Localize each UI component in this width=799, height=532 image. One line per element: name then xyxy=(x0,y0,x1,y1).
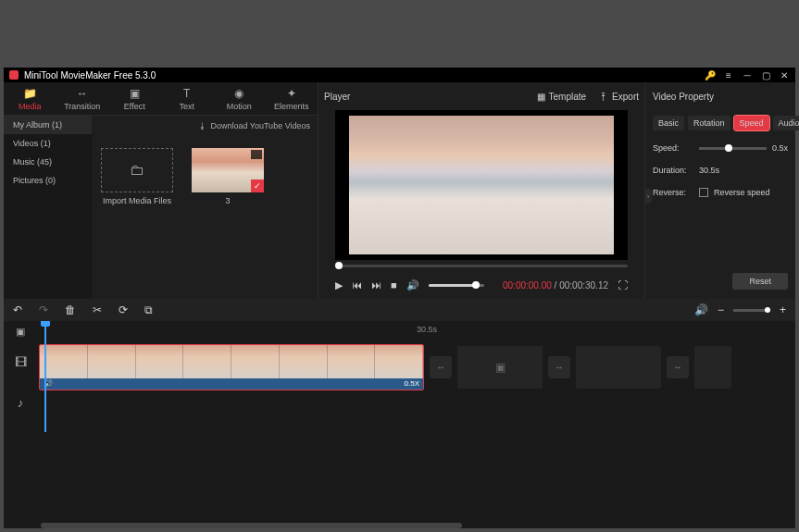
reverse-checkbox[interactable] xyxy=(699,188,708,197)
zoom-out-button[interactable]: − xyxy=(718,303,724,316)
reverse-label: Reverse: xyxy=(653,188,693,197)
tab-label: Text xyxy=(179,102,194,111)
progress-knob[interactable] xyxy=(335,262,343,269)
panel-collapse-handle[interactable]: › xyxy=(644,189,652,204)
top-tabs: 📁 Media ↔ Transition ▣ Effect T Text ◉ xyxy=(4,82,318,116)
tab-transition[interactable]: ↔ Transition xyxy=(56,82,109,115)
prop-tab-rotation[interactable]: Rotation xyxy=(688,116,730,130)
ruler-label: 30.5s xyxy=(417,325,437,334)
download-icon: ⭳ xyxy=(198,121,206,130)
tab-elements[interactable]: ✦ Elements xyxy=(266,82,318,115)
video-track-row: 🔊 0.5X ↔ ▣ ↔ ↔ xyxy=(37,341,795,392)
horizontal-scrollbar[interactable] xyxy=(41,523,462,528)
speed-slider[interactable] xyxy=(699,147,767,150)
play-button[interactable]: ▶ xyxy=(335,279,343,291)
transition-slot[interactable]: ↔ xyxy=(667,356,689,378)
player-panel: Player ▦ Template ⭱ Export xyxy=(318,82,645,299)
tab-label: Effect xyxy=(124,102,145,111)
titlebar: MiniTool MovieMaker Free 5.3.0 🔑 ≡ ─ ▢ ✕ xyxy=(4,68,795,82)
volume-slider[interactable] xyxy=(429,284,484,287)
reset-button[interactable]: Reset xyxy=(732,273,788,290)
layers-icon[interactable]: ▣ xyxy=(4,321,37,341)
prop-tab-speed[interactable]: Speed xyxy=(734,116,769,130)
split-button[interactable]: ✂ xyxy=(93,303,102,316)
sidebar-item-myalbum[interactable]: My Album (1) xyxy=(4,116,92,134)
zoom-in-button[interactable]: + xyxy=(780,303,786,316)
tab-label: Elements xyxy=(274,102,309,111)
prev-button[interactable]: ⏮ xyxy=(352,279,362,291)
empty-clip-slot[interactable] xyxy=(694,346,731,389)
template-button[interactable]: ▦ Template xyxy=(537,92,587,102)
media-sidebar: My Album (1) Videos (1) Music (45) Pictu… xyxy=(4,116,92,299)
tab-effect[interactable]: ▣ Effect xyxy=(108,82,161,115)
transition-icon: ↔ xyxy=(77,87,88,100)
template-label: Template xyxy=(549,92,587,102)
export-icon: ⭱ xyxy=(599,92,608,102)
empty-clip-slot[interactable]: ▣ xyxy=(457,346,543,389)
transition-slot[interactable]: ↔ xyxy=(430,356,452,378)
folder-icon: 🗀 xyxy=(130,162,144,179)
close-button[interactable]: ✕ xyxy=(779,69,790,80)
upper-region: 📁 Media ↔ Transition ▣ Effect T Text ◉ xyxy=(4,82,795,299)
prop-tab-audio[interactable]: Audio xyxy=(773,116,799,130)
export-label: Export xyxy=(612,92,639,102)
media-thumbnail[interactable]: ✓ xyxy=(192,148,264,192)
video-type-icon xyxy=(251,150,262,159)
transition-slot[interactable]: ↔ xyxy=(548,356,570,378)
duration-label: Duration: xyxy=(653,166,693,175)
tab-text[interactable]: T Text xyxy=(161,82,214,115)
fullscreen-button[interactable]: ⛶ xyxy=(618,279,628,291)
tab-media[interactable]: 📁 Media xyxy=(4,82,56,115)
video-preview[interactable] xyxy=(335,110,628,260)
sidebar-item-videos[interactable]: Videos (1) xyxy=(4,134,92,153)
key-icon[interactable]: 🔑 xyxy=(705,69,716,80)
clip-speed-badge: 0.5X xyxy=(405,379,419,388)
zoom-slider[interactable] xyxy=(733,309,770,312)
redo-button[interactable]: ↷ xyxy=(39,303,48,316)
template-icon: ▦ xyxy=(537,92,545,102)
timeline-volume-icon[interactable]: 🔊 xyxy=(694,303,708,316)
prop-tab-basic[interactable]: Basic xyxy=(653,116,684,130)
timeline-ruler[interactable]: 30.5s xyxy=(37,321,795,341)
playhead[interactable] xyxy=(44,321,46,432)
minimize-button[interactable]: ─ xyxy=(742,69,753,80)
video-clip[interactable]: 🔊 0.5X xyxy=(39,344,424,390)
stop-button[interactable]: ■ xyxy=(391,279,397,291)
timeline-area[interactable]: 30.5s 🔊 0.5X ↔ xyxy=(37,321,795,528)
maximize-button[interactable]: ▢ xyxy=(760,69,771,80)
sidebar-item-pictures[interactable]: Pictures (0) xyxy=(4,171,92,190)
timeline-panel: ↶ ↷ 🗑 ✂ ⟳ ⧉ 🔊 − + ▣ 🎞 ♪ 30.5s xyxy=(4,299,795,528)
tab-motion[interactable]: ◉ Motion xyxy=(213,82,266,115)
download-youtube-link[interactable]: Download YouTube Videos xyxy=(210,121,310,130)
motion-icon: ◉ xyxy=(234,87,243,100)
empty-clip-slot[interactable] xyxy=(576,346,661,389)
media-content: ⭳ Download YouTube Videos 🗀 Import Media… xyxy=(92,116,318,299)
elements-icon: ✦ xyxy=(287,87,296,100)
rotate-button[interactable]: ⟳ xyxy=(119,303,128,316)
video-track-icon[interactable]: 🎞 xyxy=(4,341,37,382)
app-window: MiniTool MovieMaker Free 5.3.0 🔑 ≡ ─ ▢ ✕… xyxy=(4,68,795,528)
timeline-track-icons: ▣ 🎞 ♪ xyxy=(4,321,37,528)
music-track-row[interactable] xyxy=(37,392,795,427)
app-title: MiniTool MovieMaker Free 5.3.0 xyxy=(24,70,705,80)
duration-value: 30.5s xyxy=(699,166,719,175)
progress-slider[interactable] xyxy=(335,265,628,267)
tab-label: Media xyxy=(19,102,42,111)
menu-icon[interactable]: ≡ xyxy=(723,69,734,80)
music-track-icon[interactable]: ♪ xyxy=(4,382,37,423)
timeline-toolbar: ↶ ↷ 🗑 ✂ ⟳ ⧉ 🔊 − + xyxy=(4,299,795,321)
thumbnail-label: 3 xyxy=(225,196,230,205)
tab-label: Transition xyxy=(64,102,100,111)
delete-button[interactable]: 🗑 xyxy=(65,303,76,316)
volume-icon[interactable]: 🔊 xyxy=(406,279,419,291)
sidebar-item-music[interactable]: Music (45) xyxy=(4,153,92,171)
undo-button[interactable]: ↶ xyxy=(13,303,22,316)
import-media-button[interactable]: 🗀 xyxy=(101,148,173,192)
crop-button[interactable]: ⧉ xyxy=(144,303,153,316)
property-title: Video Property xyxy=(653,82,788,110)
export-button[interactable]: ⭱ Export xyxy=(599,92,639,102)
app-logo-icon xyxy=(9,70,19,80)
next-button[interactable]: ⏭ xyxy=(371,279,381,291)
time-total: 00:00:30.12 xyxy=(559,280,608,291)
speed-label: Speed: xyxy=(653,143,693,153)
